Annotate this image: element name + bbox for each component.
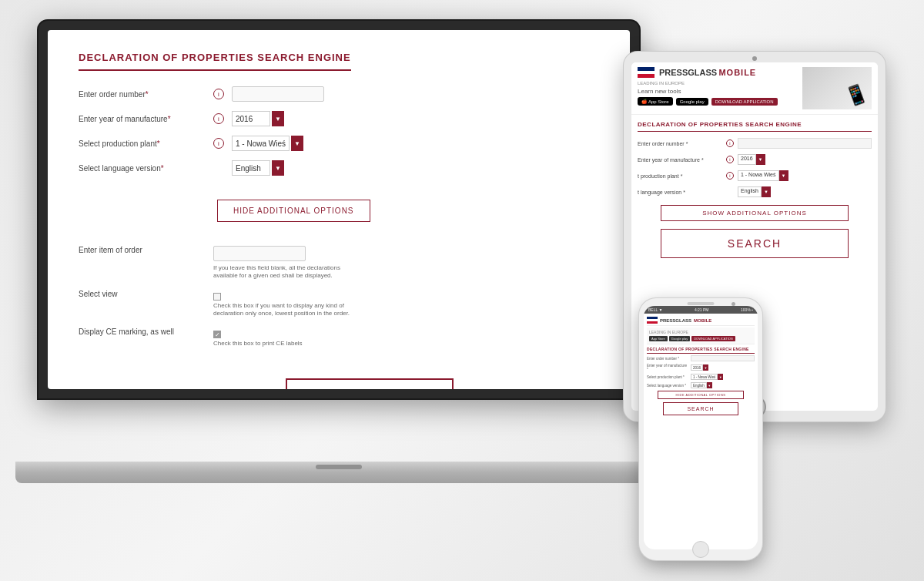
tablet-order-row: Enter order number * i <box>638 138 872 149</box>
phone-lang-label: Select language version * <box>647 384 689 388</box>
phone-hide-options-button[interactable]: HIDE ADDITIONAL OPTIONS <box>658 391 744 399</box>
phone-google-play-button[interactable]: Google play <box>669 336 690 341</box>
ce-marking-checkbox[interactable]: ✓ <box>213 331 221 338</box>
phone-plant-select[interactable]: 1 - Nowa Wieś ▼ <box>691 374 723 380</box>
phone-year-label: Enter year of manufacture * <box>647 364 689 371</box>
phone-body: BELL ▼ 4:21 PM 100% ▪ PRESSGLASS MOBILE … <box>639 298 762 560</box>
uk-flag-icon <box>638 67 654 78</box>
year-row: Enter year of manufacture* i 2016 ▼ <box>79 111 599 126</box>
tablet-plant-arrow[interactable]: ▼ <box>779 170 788 181</box>
order-number-label: Enter order number* <box>79 90 206 99</box>
laptop-screen-title: DECLARATION OF PROPERTIES SEARCH ENGINE <box>79 52 351 71</box>
phone-download-button[interactable]: DOWNLOAD APPLICATION <box>691 336 735 341</box>
search-button-laptop[interactable]: SEARCH <box>286 378 453 389</box>
phone-battery: 100% ▪ <box>741 307 753 312</box>
select-view-label: Select view <box>79 290 206 298</box>
item-order-input[interactable] <box>213 246 306 261</box>
tablet-header-text: PRESSGLASS MOBILE LEADING IN EUROPE Lear… <box>638 67 802 109</box>
plant-value: 1 - Nowa Wieś <box>232 136 290 151</box>
language-select[interactable]: English ▼ <box>232 160 284 176</box>
phone-plant-row: Select production plant * 1 - Nowa Wieś … <box>647 374 755 380</box>
app-store-button[interactable]: 🍎 App Store <box>638 97 673 106</box>
phone-order-row: Enter order number * <box>647 355 755 361</box>
logo-mobile: MOBILE <box>718 68 756 77</box>
phone-time: 4:21 PM <box>695 307 709 312</box>
download-button[interactable]: DOWNLOAD APPLICATION <box>711 98 778 106</box>
plant-arrow[interactable]: ▼ <box>291 136 303 151</box>
phone-status-bar: BELL ▼ 4:21 PM 100% ▪ <box>644 306 758 314</box>
phone-lang-select[interactable]: English ▼ <box>691 382 712 388</box>
year-value: 2016 <box>232 111 270 126</box>
tablet-header-area: PRESSGLASS MOBILE LEADING IN EUROPE Lear… <box>638 67 872 109</box>
google-play-button[interactable]: Google play <box>676 98 708 106</box>
phone-year-value: 2016 <box>691 364 703 371</box>
laptop-body: DECLARATION OF PROPERTIES SEARCH ENGINE … <box>38 21 639 398</box>
tablet-plant-select[interactable]: 1 - Nowa Wieś ▼ <box>738 170 788 181</box>
show-options-button-tablet[interactable]: SHOW ADDITIONAL OPTIONS <box>661 205 848 221</box>
tablet-header: PRESSGLASS MOBILE LEADING IN EUROPE Lear… <box>631 62 878 115</box>
phone-app-store-button[interactable]: App Store <box>649 336 668 341</box>
year-arrow[interactable]: ▼ <box>272 111 284 126</box>
hands-with-phone-icon: 📱 <box>842 81 871 109</box>
phone-lang-row: Select language version * English ▼ <box>647 382 755 388</box>
phone-mobile-text: MOBILE <box>694 318 711 323</box>
laptop-notch <box>316 465 362 469</box>
phone-plant-value: 1 - Nowa Wieś <box>691 374 718 380</box>
search-button-tablet[interactable]: SEARCH <box>661 229 848 258</box>
logo-press: PRESSGLASS <box>659 68 717 77</box>
plant-select[interactable]: 1 - Nowa Wieś ▼ <box>232 136 303 151</box>
phone-home-button[interactable] <box>692 541 709 558</box>
laptop-screen: DECLARATION OF PROPERTIES SEARCH ENGINE … <box>48 30 630 389</box>
phone-plant-arrow[interactable]: ▼ <box>718 374 723 380</box>
learn-tools-text: Learn new tools <box>638 88 802 95</box>
tablet-form-area: DECLARATION OF PROPERTIES SEARCH ENGINE … <box>631 115 878 272</box>
tablet-form-title: DECLARATION OF PROPERTIES SEARCH ENGINE <box>638 121 872 132</box>
tablet-lang-select[interactable]: English ▼ <box>738 186 771 197</box>
tablet-camera <box>752 56 757 61</box>
language-arrow[interactable]: ▼ <box>272 160 284 176</box>
laptop: DECLARATION OF PROPERTIES SEARCH ENGINE … <box>38 21 639 483</box>
tablet-lang-arrow[interactable]: ▼ <box>762 186 771 197</box>
store-buttons: 🍎 App Store Google play DOWNLOAD APPLICA… <box>638 97 802 106</box>
phone-store-btns: App Store Google play DOWNLOAD APPLICATI… <box>649 336 752 341</box>
tablet-year-value: 2016 <box>738 154 756 165</box>
phone-order-input[interactable] <box>691 355 755 361</box>
ce-marking-hint: Check this box to print CE labels <box>213 340 303 348</box>
year-info-icon: i <box>213 113 224 124</box>
phone-leading: LEADING IN EUROPE <box>649 330 752 334</box>
phone-banner: LEADING IN EUROPE App Store Google play … <box>647 327 755 344</box>
logo-leading: LEADING IN EUROPE <box>638 81 802 86</box>
phone-year-select[interactable]: 2016 ▼ <box>691 364 708 371</box>
select-view-hint: Check this box if you want to display an… <box>213 302 352 318</box>
tablet-lang-row: t language version * English ▼ <box>638 186 872 197</box>
phone-year-arrow[interactable]: ▼ <box>703 364 708 371</box>
phone-search-button[interactable]: SEARCH <box>663 402 738 415</box>
select-view-checkbox[interactable] <box>213 293 221 301</box>
phone-camera <box>732 302 735 306</box>
order-number-input[interactable] <box>232 86 324 102</box>
tablet-year-arrow[interactable]: ▼ <box>756 154 765 165</box>
language-label: Select language version* <box>79 164 206 173</box>
scene: DECLARATION OF PROPERTIES SEARCH ENGINE … <box>38 21 886 560</box>
tablet-order-label: Enter order number * <box>638 141 722 146</box>
order-number-info-icon: i <box>213 89 224 99</box>
tablet-plant-row: t production plant * i 1 - Nowa Wieś ▼ <box>638 170 872 181</box>
year-select[interactable]: 2016 ▼ <box>232 111 284 126</box>
plant-row: Select production plant* i 1 - Nowa Wieś… <box>79 136 599 151</box>
select-view-row: Select view Check this box if you want t… <box>79 290 599 318</box>
hide-options-button[interactable]: HIDE ADDITIONAL OPTIONS <box>217 200 370 222</box>
laptop-base <box>15 462 662 483</box>
tablet-year-select[interactable]: 2016 ▼ <box>738 154 765 165</box>
phone-year-row: Enter year of manufacture * 2016 ▼ <box>647 364 755 371</box>
phone-plant-label: Select production plant * <box>647 375 689 379</box>
tablet-plant-label: t production plant * <box>638 173 722 179</box>
phone-lang-arrow[interactable]: ▼ <box>707 382 712 388</box>
plant-label: Select production plant* <box>79 139 206 148</box>
order-number-row: Enter order number* i <box>79 86 599 102</box>
tablet-order-input[interactable] <box>738 138 872 149</box>
phone-uk-flag-icon <box>647 317 658 324</box>
phone-screen: BELL ▼ 4:21 PM 100% ▪ PRESSGLASS MOBILE … <box>644 306 758 549</box>
select-view-checkbox-row <box>213 292 352 301</box>
tablet-plant-info-icon: i <box>726 172 734 180</box>
phone-lang-value: English <box>691 382 707 388</box>
